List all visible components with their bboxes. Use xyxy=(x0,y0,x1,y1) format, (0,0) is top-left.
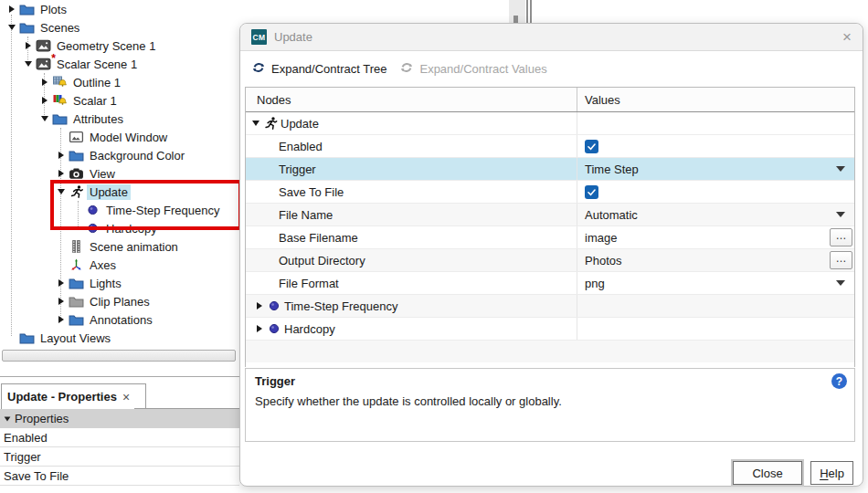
properties-rows: Enabled Trigger Save To File xyxy=(0,428,239,486)
tree-item-scene-animation[interactable]: Scene animation xyxy=(0,237,239,256)
tree-horizontal-scrollbar[interactable] xyxy=(2,350,236,362)
dropdown-value[interactable]: Time Step xyxy=(585,163,639,176)
tree-item-label: Axes xyxy=(87,257,119,273)
expand-arrow-icon[interactable] xyxy=(253,302,266,309)
node-label: Time-Step Frequency xyxy=(284,299,398,313)
tree-item-attributes[interactable]: Attributes xyxy=(0,110,239,128)
expand-arrow-icon[interactable] xyxy=(54,152,68,159)
tree-item-annotations[interactable]: Annotations xyxy=(0,310,239,329)
splitter-handle[interactable] xyxy=(513,16,518,23)
tree-item-plots[interactable]: Plots xyxy=(0,0,239,18)
property-label: Save To File xyxy=(4,469,69,483)
tree-item-update[interactable]: Update xyxy=(0,183,239,201)
tree-item-geometry-scene[interactable]: Geometry Scene 1 xyxy=(0,37,239,55)
tree-item-label: Annotations xyxy=(87,312,155,328)
dropdown-value[interactable]: Automatic xyxy=(585,208,638,222)
tree-item-hardcopy[interactable]: Hardcopy xyxy=(0,219,239,237)
values-column-header[interactable]: Values xyxy=(577,88,854,111)
node-label: Enabled xyxy=(279,140,323,153)
tree-item-label: Model Window xyxy=(87,130,170,145)
node-label: Save To File xyxy=(279,185,344,199)
grid-row-base-filename[interactable]: Base Filename image… xyxy=(246,226,854,249)
checkbox-checked[interactable] xyxy=(585,185,598,199)
expand-arrow-icon[interactable] xyxy=(21,42,35,49)
dropdown-value[interactable]: png xyxy=(585,277,605,290)
grid-row-time-step-frequency[interactable]: Time-Step Frequency xyxy=(246,295,854,318)
property-row-enabled[interactable]: Enabled xyxy=(0,428,239,447)
collapse-arrow-icon[interactable] xyxy=(54,189,68,194)
text-value[interactable]: image xyxy=(585,231,617,245)
tab-close-icon[interactable]: × xyxy=(122,391,130,404)
collapse-arrow-icon[interactable] xyxy=(249,121,262,126)
node-label: File Format xyxy=(279,277,339,290)
grid-row-file-name[interactable]: File Name Automatic xyxy=(246,204,854,226)
tree-item-label: Scalar 1 xyxy=(70,93,120,109)
tree-item-background-color[interactable]: Background Color xyxy=(0,146,239,164)
tree-item-scalar-1[interactable]: Scalar 1 xyxy=(0,91,239,110)
panel-divider xyxy=(0,376,239,377)
browse-button[interactable]: … xyxy=(830,228,852,246)
tree-item-layout-views[interactable]: Layout Views xyxy=(0,329,239,347)
tree-item-label: Background Color xyxy=(87,148,187,163)
tree-item-clip-planes[interactable]: Clip Planes xyxy=(0,292,239,310)
dropdown-arrow-icon[interactable] xyxy=(836,212,845,217)
tree-item-label: Layout Views xyxy=(37,330,113,346)
help-button[interactable]: Help xyxy=(810,461,853,485)
splitter-line[interactable] xyxy=(530,0,532,23)
checkbox-checked[interactable] xyxy=(585,140,598,153)
grid-row-file-format[interactable]: File Format png xyxy=(246,272,854,295)
tree-item-scenes[interactable]: Scenes xyxy=(0,18,239,37)
modified-marker: * xyxy=(51,52,56,65)
expand-contract-values-button[interactable]: Expand/Contract Values xyxy=(399,60,546,78)
browse-button[interactable]: … xyxy=(830,251,852,269)
splitter-line[interactable] xyxy=(526,0,528,23)
dialog-titlebar[interactable]: CM Update × xyxy=(240,24,863,51)
expand-arrow-icon[interactable] xyxy=(37,79,51,86)
update-dialog: CM Update × Expand/Contract Tree Expand/… xyxy=(239,23,863,487)
dialog-close-icon[interactable]: × xyxy=(842,29,852,45)
grid-row-enabled[interactable]: Enabled xyxy=(246,135,854,158)
expand-arrow-icon[interactable] xyxy=(54,316,68,323)
tree-item-model-window[interactable]: Model Window xyxy=(0,128,239,146)
runner-icon xyxy=(69,184,84,199)
expand-arrow-icon[interactable] xyxy=(253,325,266,332)
expand-arrow-icon[interactable] xyxy=(37,97,51,104)
grid-row-hardcopy[interactable]: Hardcopy xyxy=(246,318,854,341)
collapse-arrow-icon[interactable] xyxy=(37,116,51,121)
tree-item-label: Hardcopy xyxy=(103,221,160,236)
help-question-icon[interactable]: ? xyxy=(831,373,847,389)
tree-item-outline-1[interactable]: Outline 1 xyxy=(0,73,239,91)
tree-item-time-step-frequency[interactable]: Time-Step Frequency xyxy=(0,201,239,219)
collapse-arrow-icon[interactable] xyxy=(21,61,35,67)
camera-icon xyxy=(69,166,84,181)
dropdown-arrow-icon[interactable] xyxy=(836,166,845,172)
grid-row-update[interactable]: Update xyxy=(246,112,854,135)
grid-row-output-directory[interactable]: Output Directory Photos… xyxy=(246,249,854,272)
grid-row-save-to-file[interactable]: Save To File xyxy=(246,181,854,204)
folder-icon xyxy=(69,148,84,163)
tree-item-lights[interactable]: Lights xyxy=(0,274,239,292)
property-row-save-to-file[interactable]: Save To File xyxy=(0,467,239,486)
tree-item-scalar-scene[interactable]: * Scalar Scene 1 xyxy=(0,55,239,73)
expand-arrow-icon[interactable] xyxy=(54,298,68,305)
properties-section-header[interactable]: Properties xyxy=(0,409,239,428)
property-row-trigger[interactable]: Trigger xyxy=(0,447,239,467)
tree-item-label: Update xyxy=(87,184,131,200)
expand-arrow-icon[interactable] xyxy=(54,170,68,177)
nodes-column-header[interactable]: Nodes xyxy=(246,88,577,111)
expand-arrow-icon[interactable] xyxy=(54,279,68,287)
scene-icon: * xyxy=(36,57,51,71)
dropdown-arrow-icon[interactable] xyxy=(836,280,845,286)
collapse-arrow-icon[interactable] xyxy=(5,25,18,30)
outline-displayer-icon xyxy=(52,75,68,89)
tree-item-view[interactable]: View xyxy=(0,164,239,183)
node-label: Output Directory xyxy=(279,254,365,267)
tree-item-axes[interactable]: Axes xyxy=(0,256,239,274)
grid-row-trigger[interactable]: Trigger Time Step xyxy=(246,158,854,181)
text-value[interactable]: Photos xyxy=(585,254,621,267)
expand-contract-tree-button[interactable]: Expand/Contract Tree xyxy=(251,60,386,78)
close-button[interactable]: Close xyxy=(733,461,802,485)
node-label: Trigger xyxy=(279,163,316,176)
tab-update-properties[interactable]: Update - Properties × xyxy=(1,383,146,409)
expand-arrow-icon[interactable] xyxy=(5,5,18,13)
